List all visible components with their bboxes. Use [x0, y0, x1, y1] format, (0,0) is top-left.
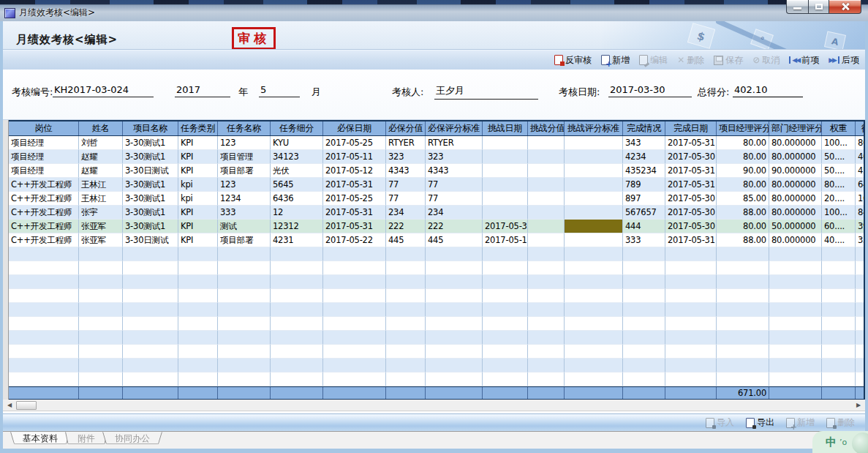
table-cell[interactable]: 64. — [856, 178, 865, 192]
table-cell[interactable]: 张宇 — [79, 206, 123, 220]
table-cell[interactable] — [822, 345, 856, 359]
table-cell[interactable]: 3-30测试1 — [123, 178, 178, 192]
table-cell[interactable] — [856, 275, 865, 289]
table-cell[interactable]: KYU — [271, 136, 323, 150]
table-cell[interactable] — [386, 261, 426, 275]
table-cell[interactable]: 343 — [623, 136, 665, 150]
table-cell[interactable] — [856, 372, 865, 386]
column-header[interactable]: 必保评分标准 — [426, 121, 483, 135]
table-cell[interactable]: 4343 — [386, 164, 426, 178]
scroll-right-icon[interactable]: ▶ — [853, 401, 864, 410]
table-cell[interactable]: 2017-05-31 — [483, 220, 528, 233]
assess-date-field[interactable]: 2017-03-30 — [608, 84, 692, 97]
table-cell[interactable] — [323, 289, 386, 303]
table-cell[interactable]: 2017-05-31 — [323, 206, 386, 220]
table-cell[interactable] — [483, 275, 528, 289]
table-cell[interactable] — [79, 303, 123, 317]
table-cell[interactable] — [822, 317, 856, 331]
table-cell[interactable] — [528, 136, 565, 150]
table-cell[interactable]: 34123 — [271, 150, 323, 164]
table-cell[interactable] — [528, 247, 565, 261]
table-cell[interactable]: 2017-05-31 — [665, 233, 717, 247]
table-cell[interactable]: 张亚军 — [79, 233, 123, 247]
table-cell[interactable]: 2017-05-31 — [323, 220, 386, 233]
column-header[interactable]: 完成日期 — [665, 121, 717, 135]
table-cell[interactable] — [218, 275, 271, 289]
table-cell[interactable] — [9, 372, 79, 386]
table-cell[interactable]: 567657 — [623, 206, 665, 220]
table-cell[interactable]: 3-30测试1 — [123, 150, 178, 164]
table-cell[interactable] — [483, 372, 528, 386]
table-cell[interactable]: 50.... — [822, 164, 856, 178]
table-cell[interactable] — [9, 303, 79, 317]
table-cell[interactable] — [386, 247, 426, 261]
table-cell[interactable] — [856, 345, 865, 359]
table-cell[interactable]: 80.000000 — [769, 178, 822, 192]
table-cell[interactable] — [565, 303, 623, 317]
table-cell[interactable] — [123, 247, 178, 261]
table-cell[interactable] — [623, 317, 665, 331]
table-cell[interactable] — [623, 359, 665, 372]
table-cell[interactable]: 445 — [386, 233, 426, 247]
column-header[interactable]: 挑战分值 — [528, 121, 565, 135]
table-cell[interactable]: 333 — [218, 206, 271, 220]
table-cell[interactable] — [822, 372, 856, 386]
table-cell[interactable] — [426, 372, 483, 386]
table-cell[interactable] — [822, 247, 856, 261]
unapprove-button[interactable]: 反审核 — [554, 54, 592, 67]
table-cell[interactable] — [822, 289, 856, 303]
table-cell[interactable]: 2017-05-31 — [323, 178, 386, 192]
table-cell[interactable] — [218, 317, 271, 331]
table-cell[interactable] — [565, 372, 623, 386]
table-cell[interactable] — [323, 261, 386, 275]
table-cell[interactable]: 2017-05-30 — [665, 206, 717, 220]
table-cell[interactable] — [9, 275, 79, 289]
table-cell[interactable]: 王林江 — [79, 192, 123, 206]
table-cell[interactable] — [79, 261, 123, 275]
table-cell[interactable] — [717, 261, 769, 275]
table-cell[interactable] — [483, 192, 528, 206]
table-cell[interactable] — [79, 331, 123, 345]
table-cell[interactable]: 222 — [426, 220, 483, 233]
table-cell[interactable]: 5645 — [271, 178, 323, 192]
table-cell[interactable] — [528, 150, 565, 164]
table-cell[interactable]: 项目经理 — [9, 136, 79, 150]
table-cell[interactable]: 45. — [856, 164, 865, 178]
column-header[interactable]: 任务细分 — [271, 121, 323, 135]
table-cell[interactable] — [271, 359, 323, 372]
table-cell[interactable] — [665, 317, 717, 331]
column-header[interactable]: 任务名称 — [218, 121, 271, 135]
table-cell[interactable] — [323, 275, 386, 289]
table-cell[interactable] — [123, 289, 178, 303]
table-cell[interactable] — [565, 359, 623, 372]
table-cell[interactable] — [271, 275, 323, 289]
table-cell[interactable]: 80. — [856, 136, 865, 150]
table-cell[interactable] — [623, 372, 665, 386]
table-cell[interactable] — [565, 150, 623, 164]
table-cell[interactable] — [528, 233, 565, 247]
column-header[interactable]: 得分 — [856, 121, 865, 135]
table-cell[interactable]: 88.00 — [717, 206, 769, 220]
table-cell[interactable] — [623, 275, 665, 289]
table-cell[interactable] — [386, 275, 426, 289]
table-cell[interactable] — [665, 359, 717, 372]
table-cell[interactable] — [386, 359, 426, 372]
table-cell[interactable] — [178, 359, 218, 372]
table-cell[interactable]: KPI — [178, 233, 218, 247]
table-cell[interactable] — [565, 275, 623, 289]
table-cell[interactable] — [769, 317, 822, 331]
table-cell[interactable]: C++开发工程师 — [9, 206, 79, 220]
table-cell[interactable] — [528, 303, 565, 317]
table-cell[interactable] — [218, 359, 271, 372]
table-cell[interactable] — [271, 289, 323, 303]
table-cell[interactable]: 2017-05-31 — [665, 136, 717, 150]
table-cell[interactable] — [565, 331, 623, 345]
table-cell[interactable]: 234 — [386, 206, 426, 220]
table-cell[interactable] — [856, 261, 865, 275]
table-cell[interactable]: 2017-05-25 — [323, 192, 386, 206]
table-cell[interactable] — [218, 372, 271, 386]
table-cell[interactable] — [717, 317, 769, 331]
table-cell[interactable] — [79, 359, 123, 372]
table-cell[interactable] — [856, 247, 865, 261]
table-cell[interactable] — [665, 372, 717, 386]
